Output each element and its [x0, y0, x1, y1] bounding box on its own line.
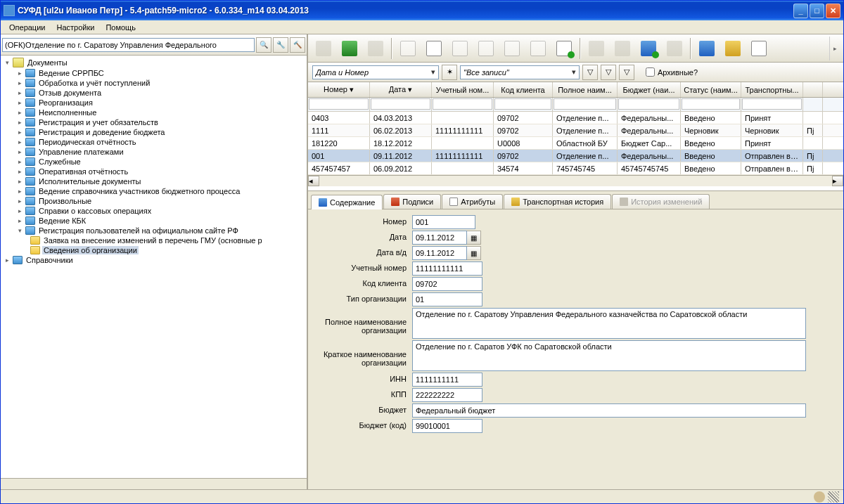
resize-grip-icon[interactable]	[828, 491, 839, 503]
import-button[interactable]	[311, 37, 336, 60]
records-select[interactable]: "Все записи"	[460, 65, 580, 79]
expand-icon[interactable]: ▸	[15, 148, 25, 155]
export-doc-button[interactable]	[746, 37, 772, 60]
funnel-clear-button[interactable]: ▽	[601, 65, 616, 80]
col-extra[interactable]	[803, 82, 823, 97]
tree-item[interactable]: ▸Регистрация и доведение бюджета	[2, 127, 305, 137]
tree-item-registration[interactable]: ▾Регистрация пользователей на официально…	[2, 226, 305, 235]
export-button[interactable]	[337, 37, 362, 60]
filter-number[interactable]	[309, 98, 369, 110]
expand-icon[interactable]: ▸	[15, 109, 25, 116]
expand-icon[interactable]: ▸	[15, 70, 25, 77]
col-status[interactable]: Статус (наим...	[681, 82, 741, 97]
toolbar-overflow[interactable]: ▸	[829, 37, 840, 60]
menu-help[interactable]: Помощь	[100, 22, 141, 33]
minimize-button[interactable]: _	[793, 4, 808, 18]
tree-item[interactable]: ▸Неисполненные	[2, 108, 305, 117]
view-select[interactable]: Дата и Номер	[312, 65, 439, 79]
tree-item[interactable]: ▸Реорганизация	[2, 98, 305, 108]
tree-item[interactable]: ▸Регистрация и учет обязательств	[2, 117, 305, 127]
hammer-icon[interactable]: 🔨	[290, 37, 305, 53]
tree-item[interactable]: ▸Исполнительные документы	[2, 176, 305, 186]
wrench-icon[interactable]: 🔧	[273, 37, 288, 53]
expand-icon[interactable]: ▸	[15, 217, 25, 224]
tree-item[interactable]: ▸Оперативная отчётность	[2, 167, 305, 176]
funnel-save-button[interactable]: ▽	[619, 65, 634, 80]
field-short-name[interactable]	[412, 340, 806, 371]
tree-item[interactable]: ▸Произвольные	[2, 196, 305, 206]
tree-subitem[interactable]: Заявка на внесение изменений в перечень …	[2, 235, 305, 245]
filter-acct[interactable]	[433, 98, 492, 110]
field-client[interactable]	[412, 277, 482, 291]
save-button[interactable]	[363, 37, 388, 60]
tree-item[interactable]: ▸Служебные	[2, 157, 305, 167]
tab-attributes[interactable]: Атрибуты	[442, 194, 503, 209]
menu-settings[interactable]: Настройки	[51, 22, 100, 33]
expand-icon[interactable]: ▸	[15, 198, 25, 205]
tab-signatures[interactable]: Подписи	[383, 194, 441, 209]
col-date[interactable]: Дата ▾	[370, 82, 432, 97]
field-date[interactable]	[412, 231, 467, 245]
doc-copy-button[interactable]	[447, 37, 473, 60]
expand-icon[interactable]: ▸	[15, 89, 25, 96]
table-row[interactable]: 040304.03.201309702Отделение п...Федерал…	[308, 112, 843, 124]
expand-icon[interactable]: ▸	[15, 129, 25, 136]
tree-search-input[interactable]	[2, 38, 255, 52]
table-row[interactable]: 111106.02.20131111111111109702Отделение …	[308, 124, 843, 137]
print-button[interactable]	[694, 37, 720, 60]
filter-transport[interactable]	[742, 98, 802, 110]
col-number[interactable]: Номер ▾	[308, 82, 370, 97]
print-preview-button[interactable]	[720, 37, 746, 60]
verify-button[interactable]	[610, 37, 635, 60]
expand-icon[interactable]: ▸	[15, 79, 25, 86]
search-icon[interactable]: 🔍	[256, 37, 271, 53]
tree-references[interactable]: ▸Справочники	[2, 255, 305, 265]
field-inn[interactable]	[412, 373, 482, 387]
filter-client[interactable]	[494, 98, 551, 110]
field-account[interactable]	[412, 261, 482, 276]
tab-transport[interactable]: Транспортная история	[504, 194, 611, 209]
field-kpp[interactable]	[412, 388, 482, 402]
grid-hscrollbar[interactable]: ◂▸	[308, 175, 843, 186]
tree-item[interactable]: ▸Ведение справочника участников бюджетно…	[2, 186, 305, 196]
doc-delete-button[interactable]	[499, 37, 525, 60]
close-button[interactable]: ✕	[826, 4, 840, 18]
tree-item[interactable]: ▸Справки о кассовых операциях	[2, 206, 305, 216]
col-account[interactable]: Учетный ном...	[432, 82, 494, 97]
tree-subitem-selected[interactable]: Сведения об организации	[2, 245, 305, 255]
expand-icon[interactable]: ▸	[15, 158, 25, 165]
check-button[interactable]	[636, 37, 661, 60]
collapse-icon[interactable]: ▾	[15, 227, 25, 234]
field-date-vd[interactable]	[412, 246, 467, 260]
expand-icon[interactable]: ▸	[15, 188, 25, 195]
menu-operations[interactable]: Операции	[4, 22, 51, 33]
maximize-button[interactable]: □	[810, 4, 824, 18]
tree-item[interactable]: ▸Обработка и учёт поступлений	[2, 78, 305, 88]
nav-tree[interactable]: ▾ Документы ▸Ведение СРРПБС ▸Обработка и…	[1, 56, 307, 478]
tree-item[interactable]: ▸Ведение СРРПБС	[2, 68, 305, 78]
expand-icon[interactable]: ▸	[15, 168, 25, 175]
doc-open-button[interactable]	[421, 37, 447, 60]
sign-button[interactable]	[584, 37, 609, 60]
field-budget-code[interactable]	[412, 419, 482, 433]
expand-icon[interactable]: ▸	[15, 119, 25, 126]
expand-icon[interactable]: ▸	[15, 138, 25, 146]
refresh-button[interactable]	[662, 37, 687, 60]
field-org-type[interactable]	[412, 292, 482, 306]
doc-edit-button[interactable]	[473, 37, 499, 60]
tree-hscrollbar[interactable]	[1, 478, 307, 489]
tree-item[interactable]: ▸Управление платежами	[2, 147, 305, 157]
field-budget[interactable]	[412, 403, 806, 418]
col-client[interactable]: Код клиента	[494, 82, 553, 97]
table-row[interactable]: 00109.11.20121111111111109702Отделение п…	[308, 150, 843, 162]
collapse-icon[interactable]: ▾	[2, 59, 13, 66]
doc-view-button[interactable]	[525, 37, 551, 60]
table-row[interactable]: 45745745706.09.2012345747457457454574574…	[308, 162, 843, 175]
tree-documents[interactable]: ▾ Документы	[2, 57, 305, 68]
tree-item[interactable]: ▸Отзыв документа	[2, 88, 305, 98]
calendar-icon[interactable]: ▦	[467, 246, 481, 260]
calendar-icon[interactable]: ▦	[467, 231, 481, 245]
field-number[interactable]	[412, 215, 475, 229]
col-transport[interactable]: Транспортны...	[741, 82, 803, 97]
table-row[interactable]: 18122018.12.2012U0008Областной БУБюджет …	[308, 137, 843, 150]
